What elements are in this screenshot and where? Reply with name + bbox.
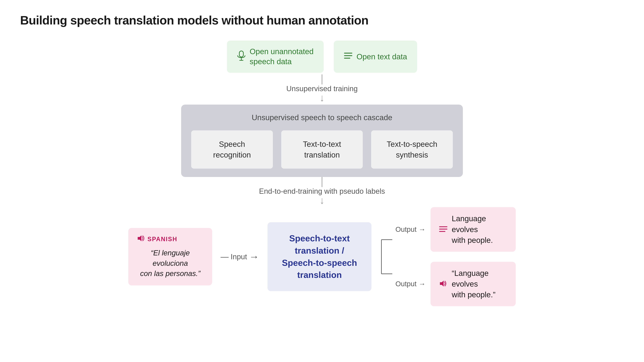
arrow-down-1: ↓	[320, 93, 324, 103]
output-label-1: Output →	[396, 225, 426, 233]
cascade-box: Unsupervised speech to speech cascade Sp…	[181, 105, 463, 177]
text-output-icon	[439, 225, 448, 234]
output-area: Output → Language evolves with people.	[380, 207, 516, 306]
output-row-1: Output → Language evolves with people.	[396, 207, 516, 252]
cascade-item-text-to-speech: Text-to-speech synthesis	[371, 130, 453, 169]
arrow-down-2: ↓	[320, 195, 324, 205]
bracket-svg	[380, 225, 396, 289]
bottom-section: SPANISH “El lenguaje evoluciona con las …	[138, 207, 506, 306]
connector-line-2	[322, 177, 322, 187]
speech-data-label: Open unannotated speech data	[250, 46, 314, 67]
translation-text: Speech-to-text translation / Speech-to-s…	[279, 232, 360, 281]
microphone-icon	[237, 51, 246, 63]
cascade-inner: Speech recognition Text-to-text translat…	[191, 130, 453, 169]
spanish-language-label: SPANISH	[148, 236, 177, 243]
output-row-2: Output → “Language evolves with people.”	[396, 262, 516, 306]
flow-wrapper: Open unannotated speech data Open text d…	[20, 40, 624, 306]
spanish-quote: “El lenguaje evoluciona con las personas…	[137, 248, 204, 279]
translation-box: Speech-to-text translation / Speech-to-s…	[268, 222, 372, 291]
speech-data-box: Open unannotated speech data	[227, 40, 324, 73]
text-lines-icon	[344, 51, 352, 62]
output-speech-box: “Language evolves with people.”	[430, 262, 516, 306]
spanish-label: SPANISH	[137, 235, 204, 244]
unsupervised-training-label: Unsupervised training	[286, 84, 358, 93]
text-data-label: Open text data	[356, 52, 407, 61]
cascade-item-text-to-text: Text-to-text translation	[281, 130, 363, 169]
output-rows: Output → Language evolves with people.	[396, 207, 516, 306]
output-speech-content: “Language evolves with people.”	[452, 268, 507, 300]
page-title: Building speech translation models witho…	[20, 13, 368, 27]
speaker-icon	[137, 235, 145, 244]
end-to-end-label: End-to-end-training with pseudo labels	[259, 187, 385, 195]
svg-marker-6	[138, 235, 142, 241]
spanish-input-box: SPANISH “El lenguaje evoluciona con las …	[128, 228, 212, 285]
cascade-item-speech-recognition: Speech recognition	[191, 130, 273, 169]
input-arrow: — Input →	[220, 251, 259, 263]
speech-output-icon	[439, 280, 448, 288]
output-text-box: Language evolves with people.	[430, 207, 516, 252]
top-inputs: Open unannotated speech data Open text d…	[227, 40, 417, 73]
main-container: Building speech translation models witho…	[0, 0, 644, 362]
svg-marker-14	[440, 281, 444, 287]
svg-rect-0	[239, 51, 243, 57]
connector-line-1	[322, 74, 322, 84]
output-text-content: Language evolves with people.	[452, 213, 507, 246]
text-data-box: Open text data	[334, 40, 417, 73]
output-label-2: Output →	[396, 280, 426, 288]
cascade-title: Unsupervised speech to speech cascade	[191, 113, 453, 122]
